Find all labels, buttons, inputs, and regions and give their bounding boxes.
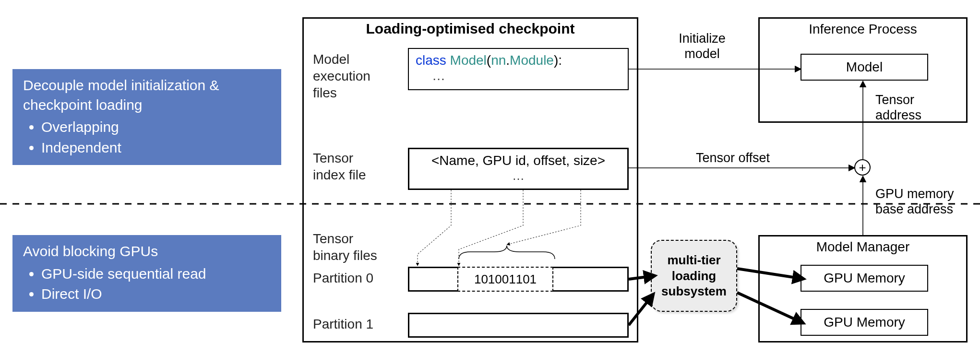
callout-decouple-b2: Independent (41, 138, 271, 158)
anno-init-model: Initialize model (666, 31, 738, 62)
manager-heading: Model Manager (760, 239, 966, 255)
index-ellipsis: … (409, 168, 627, 183)
index-tuple: <Name, GPU id, offset, size> (409, 153, 627, 168)
code-kw-class: class (416, 53, 450, 68)
code-dot: . (506, 53, 510, 68)
plus-node: + (854, 159, 871, 176)
code-model: Model (450, 53, 487, 68)
partition1-label: Partition 1 (313, 316, 373, 332)
anno-tensor-addr: Tensor address (875, 92, 938, 123)
callout-decouple-b1: Overlapping (41, 118, 271, 137)
code-ellipsis: … (432, 68, 621, 83)
multitier-subsystem: multi-tier loading subsystem (651, 240, 737, 312)
callout-avoid-list: GPU-side sequential read Direct I/O (41, 264, 271, 304)
exec-files-label: Model execution files (313, 51, 370, 101)
callout-avoid-b2: Direct I/O (41, 284, 271, 304)
gpu-memory-0-text: GPU Memory (824, 271, 905, 286)
callout-avoid-blocking: Avoid blocking GPUs GPU-side sequential … (12, 235, 281, 312)
binary-files-label: Tensor binary files (313, 230, 377, 264)
callout-avoid-title: Avoid blocking GPUs (23, 242, 271, 261)
anno-gpu-base: GPU memory base address (875, 186, 971, 217)
gpu-memory-0: GPU Memory (801, 265, 928, 292)
callout-decouple-title: Decouple model initialization & checkpoi… (23, 76, 271, 115)
code-close: ): (554, 53, 562, 68)
checkpoint-heading: Loading-optimised checkpoint (304, 21, 637, 37)
partition1-box (408, 313, 629, 338)
gpu-memory-1-text: GPU Memory (824, 315, 905, 330)
model-box-text: Model (846, 59, 883, 75)
callout-decouple: Decouple model initialization & checkpoi… (12, 69, 281, 165)
callout-decouple-list: Overlapping Independent (41, 118, 271, 157)
inference-heading: Inference Process (760, 22, 966, 37)
model-box: Model (801, 54, 928, 81)
index-box: <Name, GPU id, offset, size> … (408, 148, 629, 190)
partition0-box: 101001101 (408, 267, 629, 292)
code-nn: nn (491, 53, 506, 68)
gpu-memory-1: GPU Memory (801, 309, 928, 336)
callout-avoid-b1: GPU-side sequential read (41, 264, 271, 284)
code-box: class Model(nn.Module): … (408, 48, 629, 90)
index-file-label: Tensor index file (313, 150, 366, 183)
partition0-data: 101001101 (457, 267, 553, 292)
anno-tensor-offset: Tensor offset (696, 151, 770, 165)
multitier-text: multi-tier loading subsystem (652, 252, 736, 299)
code-module: Module (510, 53, 554, 68)
code-open: ( (487, 53, 491, 68)
partition0-label: Partition 0 (313, 270, 373, 286)
